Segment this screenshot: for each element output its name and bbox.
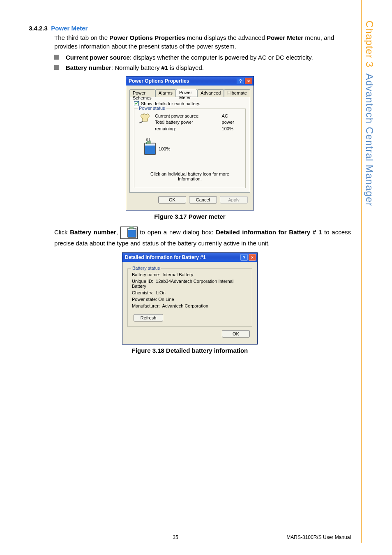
dialog-title: Detailed Information for Battery #1 [125,254,206,260]
chapter-sidebar: Chapter 3Advantech Central Manager [361,0,377,543]
figure-3-17-caption: Figure 3.17 Power meter [29,213,351,220]
dialog-titlebar[interactable]: Detailed Information for Battery #1 ? × [122,253,257,262]
tbpr-label: Total battery power remaining: [155,120,193,131]
battery-number-label: #1 [146,137,241,142]
power-status-legend: Power status [138,106,166,111]
manufacturer-label: Manufacturer: [132,303,160,308]
tab-power-meter[interactable]: Power Meter [176,89,197,97]
section-heading: 3.4.2.3 Power Meter [29,25,351,32]
battery-status-legend: Battery status [131,266,161,271]
cancel-button[interactable]: Cancel [189,196,217,204]
power-options-dialog: Power Options Properties ? × Power Schem… [126,76,254,210]
tbpr-value: 100% [222,126,233,131]
chapter-title: Advantech Central Manager [364,73,375,206]
plug-icon [138,113,151,124]
power-state-value: On Line [158,297,174,302]
inline-battery-icon-frame [120,227,138,239]
bullet-battery-number: Battery number: Normally battery #1 is d… [54,63,351,72]
chapter-label: Chapter 3 [364,21,375,67]
battery-hint: Click an individual battery icon for mor… [138,171,241,181]
page-number: 35 [173,534,178,540]
detailed-battery-dialog: Detailed Information for Battery #1 ? × … [122,252,258,345]
battery-icon [127,228,136,238]
dialog-tabs: Power Schemes Alarms Power Meter Advance… [129,89,250,97]
ok-button[interactable]: OK [222,330,250,338]
ok-button[interactable]: OK [158,196,186,204]
paragraph-click-battery: Click Battery number, to open a new dial… [54,227,351,248]
tab-advanced[interactable]: Advanced [197,89,224,97]
bullet-icon [54,55,59,60]
battery-percent: 100% [159,146,170,151]
cps-value: AC power [222,113,234,125]
help-icon[interactable]: ? [237,78,244,84]
bullet-icon [54,65,59,70]
battery-icon[interactable] [144,143,156,155]
bullet-current-power-source: Current power source: displays whether t… [54,53,351,62]
figure-3-18-caption: Figure 3.18 Detailed battery information [29,347,351,354]
section-paragraph-1: The third tab on the Power Options Prope… [54,33,351,51]
battery-name-label: Battery name: [132,272,160,277]
manufacturer-value: Advantech Corporation [162,303,208,308]
section-title: Power Meter [51,25,88,32]
section-number: 3.4.2.3 [29,25,48,32]
battery-name-value: Internal Battery [163,272,194,277]
apply-button[interactable]: Apply [220,196,248,204]
help-icon[interactable]: ? [240,254,248,261]
dialog-title: Power Options Properties [129,78,189,84]
refresh-button[interactable]: Refresh [134,314,163,321]
cps-label: Current power source: [155,113,200,118]
tab-hibernate[interactable]: Hibernate [224,89,250,97]
close-icon[interactable]: × [249,254,256,261]
page-footer: 35 MARS-3100R/S User Manual [0,534,351,540]
power-state-label: Power state: [132,297,157,302]
chemistry-value: LiOn [156,290,166,295]
tab-power-schemes[interactable]: Power Schemes [129,89,155,97]
doc-title: MARS-3100R/S User Manual [286,534,351,540]
dialog-titlebar[interactable]: Power Options Properties ? × [126,76,254,86]
chemistry-label: Chemistry: [132,290,154,295]
chapter-sidebar-text: Chapter 3Advantech Central Manager [364,21,375,206]
close-icon[interactable]: × [245,78,252,84]
tab-alarms[interactable]: Alarms [155,89,176,97]
unique-id-label: Unique ID: [132,279,153,284]
